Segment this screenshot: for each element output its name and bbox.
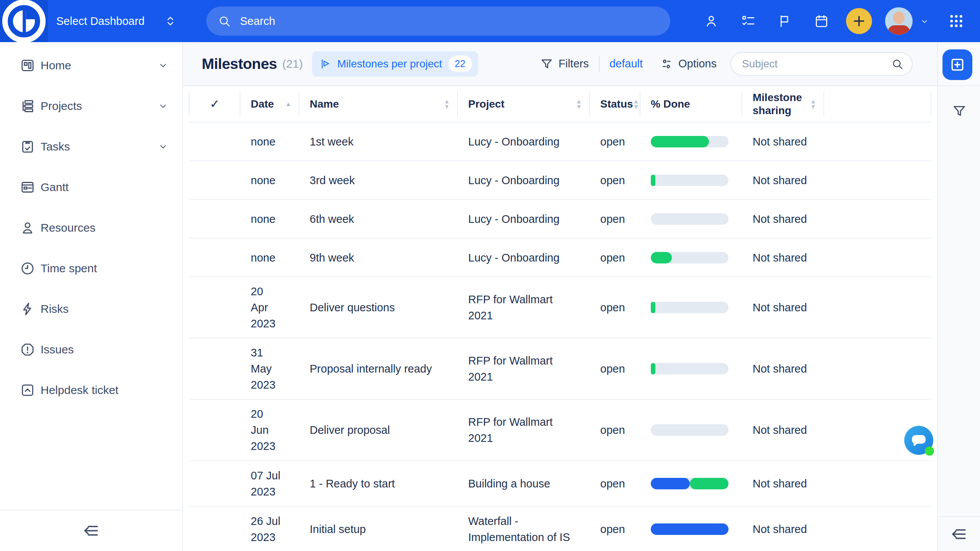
row-select-cell[interactable] (189, 507, 240, 551)
user-icon[interactable] (704, 14, 719, 28)
sidebar-item-risks[interactable]: Risks (0, 289, 182, 329)
dashboard-selector[interactable]: Select Dashboard (56, 0, 177, 42)
sidebar-item-gantt[interactable]: Gantt (0, 167, 182, 208)
calendar-icon[interactable] (814, 14, 829, 28)
status-cell: open (590, 277, 640, 338)
sidebar-item-resources[interactable]: Resources (0, 208, 182, 248)
progress-bar (651, 302, 728, 313)
rail-collapse-icon[interactable] (950, 525, 968, 543)
avatar-chevron-down-icon[interactable] (919, 17, 930, 26)
project-cell: Lucy - Onboarding (457, 239, 590, 276)
spacer-cell (824, 461, 931, 506)
progress-segment-green (651, 363, 655, 374)
row-select-cell[interactable] (189, 277, 240, 338)
date-cell: 20 Apr 2023 (240, 277, 299, 338)
column-header-name[interactable]: Name▲▼ (299, 86, 457, 122)
sidebar-item-home[interactable]: Home (0, 45, 182, 86)
options-button[interactable]: Options (660, 57, 717, 71)
progress-segment-blue (651, 478, 690, 489)
sidebar-collapse-icon[interactable] (82, 522, 100, 540)
column-header-done[interactable]: % Done (640, 86, 742, 122)
table-row[interactable]: 07 Jul 20231 - Ready to startBuilding a … (189, 461, 931, 507)
table-row[interactable]: 20 Jun 2023Deliver proposalRFP for Wallm… (189, 400, 931, 461)
row-select-cell[interactable] (189, 239, 240, 276)
spacer-cell (824, 277, 931, 338)
progress-segment-green (651, 302, 655, 313)
page-header: Milestones (21) Milestones per project 2… (183, 42, 937, 86)
column-header-sharing[interactable]: Milestone sharing▲▼ (742, 86, 824, 122)
apps-grid-icon[interactable] (948, 13, 964, 29)
column-label: Date (251, 98, 274, 111)
name-cell: 1 - Ready to start (299, 461, 457, 506)
milestones-per-project-button[interactable]: Milestones per project 22 (312, 51, 478, 77)
progress-bar (651, 523, 728, 535)
sidebar-item-projects[interactable]: Projects (0, 86, 182, 126)
spacer-cell (824, 161, 931, 199)
sidebar-item-tasks[interactable]: Tasks (0, 126, 182, 167)
options-label: Options (678, 57, 717, 70)
subject-search-icon[interactable] (891, 58, 903, 70)
filter-preset-link[interactable]: default (609, 57, 643, 70)
date-cell: none (240, 123, 299, 160)
done-cell (640, 200, 742, 238)
funnel-icon (540, 57, 554, 71)
flag-icon[interactable] (777, 14, 792, 28)
subject-search-input[interactable] (742, 58, 891, 70)
column-label: Milestone sharing (753, 91, 810, 117)
user-avatar[interactable] (885, 7, 913, 35)
filters-button[interactable]: Filters (540, 57, 589, 71)
row-select-cell[interactable] (189, 161, 240, 199)
table-row[interactable]: 26 Jul 2023Initial setupWaterfall - Impl… (189, 507, 931, 551)
row-select-cell[interactable] (189, 461, 240, 506)
sidebar-item-issues[interactable]: Issues (0, 329, 182, 370)
chevron-down-icon (158, 141, 168, 152)
sidebar-item-label: Issues (41, 343, 168, 356)
record-count: (21) (283, 57, 303, 70)
status-cell: open (590, 239, 640, 276)
sidebar-item-label: Tasks (41, 140, 158, 153)
app-logo[interactable] (0, 0, 48, 42)
column-header-status[interactable]: Status▲▼ (590, 86, 640, 122)
row-select-cell[interactable] (189, 338, 240, 399)
table-row[interactable]: 20 Apr 2023Deliver questionsRFP for Wall… (189, 277, 931, 338)
row-select-cell[interactable] (189, 123, 240, 160)
sort-arrows-icon: ▲▼ (444, 99, 450, 110)
table-row[interactable]: none6th weekLucy - OnboardingopenNot sha… (189, 200, 931, 239)
row-select-cell[interactable] (189, 400, 240, 460)
quick-add-button[interactable] (846, 8, 872, 34)
add-new-button[interactable] (942, 49, 972, 80)
sidebar-item-label: Risks (41, 302, 168, 316)
sidebar-item-time-spent[interactable]: Time spent (0, 248, 182, 289)
name-cell: 9th week (299, 239, 457, 276)
row-select-cell[interactable] (189, 200, 240, 238)
project-cell: Building a house (457, 461, 590, 506)
table-row[interactable]: none3rd weekLucy - OnboardingopenNot sha… (189, 161, 931, 200)
chat-widget-button[interactable] (904, 426, 933, 455)
sharing-cell: Not shared (742, 123, 824, 160)
progress-bar (651, 363, 728, 374)
sharing-cell: Not shared (742, 277, 824, 338)
risk-icon (20, 301, 35, 317)
column-header-check[interactable]: ✓ (189, 86, 240, 122)
table-row[interactable]: none9th weekLucy - OnboardingopenNot sha… (189, 239, 931, 277)
progress-segment-green (651, 175, 655, 186)
column-header-project[interactable]: Project▲▼ (457, 86, 590, 122)
page-title: Milestones (202, 56, 277, 72)
progress-bar (651, 478, 728, 489)
checklist-icon[interactable] (741, 14, 756, 28)
table-row[interactable]: 31 May 2023Proposal internally readyRFP … (189, 338, 931, 400)
subject-search-box (730, 52, 913, 76)
column-header-date[interactable]: Date▲ (240, 86, 299, 122)
rail-filter-icon[interactable] (952, 103, 967, 119)
sidebar-item-label: Projects (41, 100, 158, 113)
right-rail (937, 42, 980, 551)
done-cell (640, 507, 742, 551)
chat-bubble-icon (910, 432, 928, 449)
chevron-updown-icon (164, 12, 177, 30)
name-cell: Initial setup (299, 507, 457, 551)
table-row[interactable]: none1st weekLucy - OnboardingopenNot sha… (189, 123, 931, 161)
global-search[interactable]: Search (206, 7, 670, 36)
name-cell: Deliver proposal (299, 400, 457, 460)
top-bar: Select Dashboard Search (0, 0, 980, 42)
sidebar-item-helpdesk-ticket[interactable]: Helpdesk ticket (0, 370, 182, 410)
